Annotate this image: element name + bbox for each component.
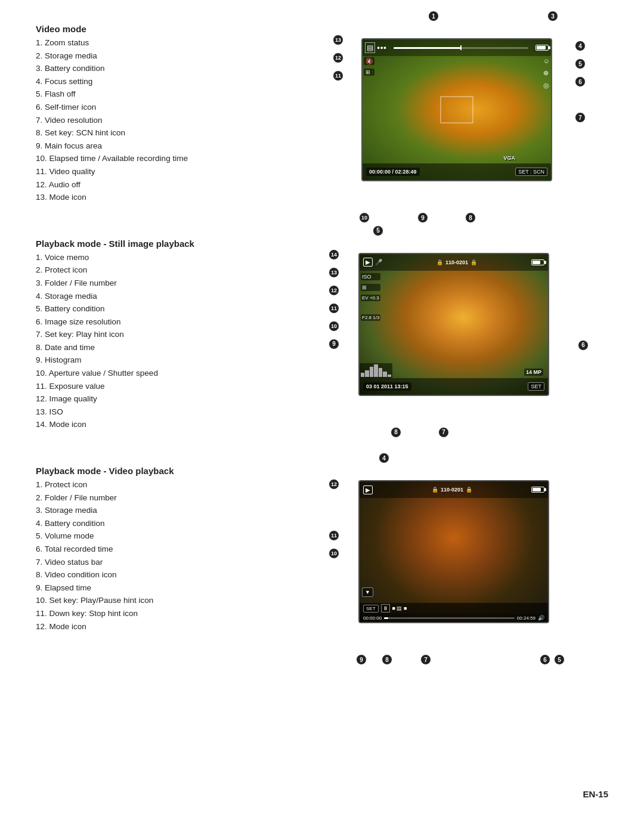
- list-item: 8. Date and time: [36, 341, 286, 354]
- badge-5: 5: [575, 58, 586, 69]
- badge-13: 13: [333, 35, 343, 45]
- date-time: 03 01 2011 13:15: [363, 382, 411, 391]
- total-time: 00:24:59: [517, 615, 535, 621]
- video-mode-title: Video mode: [36, 24, 286, 34]
- file-number: 110-0201: [441, 487, 463, 493]
- list-item: 10. Aperture value / Shutter speed: [36, 367, 286, 380]
- resolution-label: VGA: [503, 155, 515, 161]
- set-hint: SET: [528, 382, 544, 391]
- badge-13: 13: [329, 267, 339, 278]
- list-item: 10. Elapsed time / Available recording t…: [36, 152, 286, 165]
- mic-icon: 🎤: [375, 259, 382, 265]
- video-mode-text: Video mode 1. Zoom status 2. Storage med…: [36, 24, 286, 204]
- badge-8: 8: [382, 654, 392, 665]
- hud-left-bar: ISO ⊞ EV +0.3 F2.8 1/3: [361, 271, 380, 378]
- hud-left-bar: 🔇 ⊞: [364, 56, 374, 163]
- list-item: 13. Mode icon: [36, 191, 286, 204]
- video-playback-list: 1. Protect icon 2. Folder / File number …: [36, 478, 286, 633]
- file-number: 110-0201: [445, 259, 468, 265]
- list-item: 3. Storage media: [36, 504, 286, 517]
- list-item: 11. Down key: Stop hint icon: [36, 607, 286, 620]
- badge-5: 5: [373, 225, 383, 236]
- quality-icon: ⊞: [361, 284, 380, 291]
- list-item: 5. Volume mode: [36, 530, 286, 543]
- hud-right-bar: ☺ ⊕ ◎: [543, 56, 550, 163]
- still-playback-display: ▶ 🎤 🔒 110-0201 🔒: [358, 253, 549, 396]
- time-display: 00:00:00 / 02:28:49: [366, 168, 420, 176]
- volume-icon: 🔊: [538, 615, 544, 621]
- still-playback-section: Playback mode - Still image playback 1. …: [36, 239, 608, 431]
- page-number: EN-15: [583, 789, 608, 799]
- badge-5: 5: [554, 654, 565, 665]
- badge-10: 10: [329, 321, 339, 332]
- hud-top-bar: ▶ 🔒 110-0201 🔒: [360, 481, 548, 498]
- hud-top-bar: ▤ ●●●: [363, 39, 551, 56]
- still-playback-title: Playback mode - Still image playback: [36, 239, 286, 249]
- video-mode-list: 1. Zoom status 2. Storage media 3. Batte…: [36, 36, 286, 204]
- audio-off-icon: 🔇: [364, 57, 374, 65]
- battery-icon: [531, 487, 544, 493]
- lock-small-icon: 🔒: [470, 259, 477, 265]
- set-hint: SET : SCN: [515, 168, 547, 176]
- set-hint: SET: [363, 605, 379, 612]
- list-item: 2. Folder / File number: [36, 491, 286, 505]
- hud-bottom-bar: 03 01 2011 13:15 SET: [360, 378, 548, 395]
- list-item: 4. Storage media: [36, 290, 286, 303]
- list-item: 4. Focus setting: [36, 75, 286, 88]
- video-playback-image: 1 2 3 4 12 11 10 9: [298, 466, 608, 640]
- video-mode-image: 1 2 3 13 12 11 4: [298, 24, 608, 204]
- list-item: 4. Battery condition: [36, 517, 286, 530]
- list-item: 5. Battery condition: [36, 302, 286, 315]
- list-item: 8. Video condition icon: [36, 568, 286, 581]
- battery-icon: [535, 45, 549, 51]
- video-mode-section: Video mode 1. Zoom status 2. Storage med…: [36, 24, 608, 204]
- video-playback-title: Playback mode - Video playback: [36, 466, 286, 476]
- mode-icon: ▤: [365, 42, 375, 53]
- self-timer-icon: ◎: [543, 82, 550, 89]
- focus-setting-icon: ☺: [543, 57, 550, 64]
- list-item: 3. Folder / File number: [36, 277, 286, 290]
- list-item: 6. Self-timer icon: [36, 101, 286, 114]
- badge-3: 3: [547, 11, 558, 21]
- flash-off-icon: ⊕: [543, 69, 550, 77]
- lock-icon: 🔒: [432, 487, 438, 493]
- badge-9: 9: [356, 654, 367, 665]
- badge-12: 12: [329, 479, 339, 490]
- list-item: 6. Total recorded time: [36, 543, 286, 556]
- list-item: 2. Protect icon: [36, 264, 286, 277]
- list-item: 11. Exposure value: [36, 380, 286, 393]
- badge-11: 11: [333, 70, 343, 81]
- badge-14: 14: [329, 249, 339, 260]
- badge-11: 11: [329, 303, 339, 314]
- still-playback-text: Playback mode - Still image playback 1. …: [36, 239, 286, 431]
- list-item: 12. Mode icon: [36, 620, 286, 633]
- bottom-controls: SET ⏸ ■ ▤ ■: [360, 603, 548, 614]
- badge-10: 10: [329, 548, 339, 559]
- iso-icon: ISO: [361, 273, 380, 280]
- badge-11: 11: [329, 530, 339, 541]
- list-item: 1. Protect icon: [36, 478, 286, 491]
- badge-7: 7: [438, 427, 449, 438]
- lock-small-icon: 🔒: [466, 487, 472, 493]
- progress-fill: [384, 617, 388, 619]
- play-icon: ▶: [363, 258, 373, 267]
- page-content: Video mode 1. Zoom status 2. Storage med…: [36, 24, 608, 657]
- badge-6: 6: [540, 654, 550, 665]
- still-playback-list: 1. Voice memo 2. Protect icon 3. Folder …: [36, 251, 286, 431]
- list-item: 7. Video resolution: [36, 114, 286, 127]
- list-item: 13. ISO: [36, 406, 286, 419]
- badge-10: 10: [359, 212, 370, 223]
- list-item: 5. Flash off: [36, 88, 286, 101]
- mp-label: 14 MP: [524, 369, 543, 376]
- badge-6: 6: [578, 340, 589, 351]
- list-item: 14. Mode icon: [36, 418, 286, 431]
- list-item: 3. Battery condition: [36, 62, 286, 75]
- badge-7: 7: [420, 654, 431, 665]
- still-playback-image: 1 2 3 4 5 14 13 12 11: [298, 239, 608, 431]
- badge-8: 8: [465, 212, 476, 223]
- list-item: 6. Image size resolution: [36, 315, 286, 329]
- list-item: 9. Elapsed time: [36, 581, 286, 595]
- badge-8: 8: [391, 427, 401, 438]
- pause-icon: ⏸: [381, 604, 390, 612]
- timeline-bar: 00:00:00 00:24:59 🔊: [360, 614, 548, 622]
